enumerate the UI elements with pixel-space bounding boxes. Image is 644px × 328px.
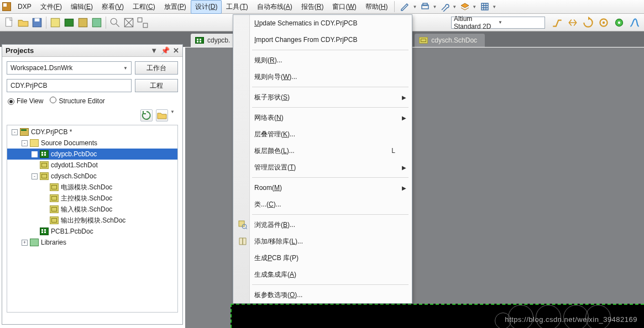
menu-item[interactable]: 规则(R)... — [233, 52, 412, 68]
tree-row[interactable]: cdydot1.SchDot — [7, 160, 177, 171]
radio-file-view[interactable]: File View — [8, 97, 43, 105]
panel-menu-icon[interactable]: ▼ — [150, 46, 158, 55]
radio-dot-icon — [50, 97, 56, 103]
menu-c[interactable]: 工程(C) — [128, 0, 160, 14]
project-field[interactable]: CDY.PrjPCB — [7, 79, 132, 92]
menu-separator — [252, 177, 409, 178]
tree-toggle-icon[interactable]: - — [22, 140, 28, 146]
tab-cdypcb[interactable]: cdypcb. — [191, 34, 238, 47]
workspace-combo[interactable]: Workspace1.DsnWrk ▼ — [7, 61, 132, 75]
grid-icon[interactable] — [480, 2, 490, 12]
svg-rect-6 — [65, 19, 73, 26]
menu-bar: DXP 文件(F)编辑(E)察看(V)工程(C)放置(P)设计(D)工具(T)自… — [0, 0, 644, 14]
panel-title-bar: Projects ▼ 📌 ✕ — [2, 45, 182, 57]
open-folder-icon[interactable] — [17, 17, 29, 29]
watermark-text: https://blog.csdn.net/weixin_39482169 — [505, 315, 637, 324]
tree-toggle-icon[interactable]: - — [32, 173, 38, 179]
pin-icon[interactable]: 📌 — [161, 46, 170, 55]
tree-toggle-icon — [41, 184, 48, 191]
menu-shortcut: L — [391, 147, 406, 155]
menu-item[interactable]: 生成集成库(A) — [233, 266, 412, 283]
zoom-fit-icon[interactable] — [123, 17, 135, 29]
zoom-selected-icon[interactable] — [137, 17, 149, 29]
tree-row[interactable]: 主控模块.SchDoc — [7, 193, 177, 204]
view-mode-combo[interactable]: Altium Standard 2D ▼ — [451, 17, 545, 29]
tree-label: cdypcb.PcbDoc — [51, 150, 97, 158]
menu-item[interactable]: Update Schematics in CDY.PrjPCB — [233, 15, 412, 31]
wrench-icon[interactable] — [440, 2, 450, 12]
tree-row[interactable]: -CDY.PrjPCB * — [7, 126, 177, 137]
menu-item-label: 浏览器件(B)... — [254, 220, 295, 230]
project-icon[interactable] — [77, 17, 89, 29]
save-icon[interactable] — [31, 17, 43, 29]
tree-row[interactable]: 电源模块.SchDoc — [7, 182, 177, 193]
menu-item[interactable]: 板层颜色(L)...L — [233, 142, 412, 159]
menu-f[interactable]: 文件(F) — [36, 0, 66, 14]
new-doc-icon[interactable] — [3, 17, 15, 29]
menu-e[interactable]: 编辑(E) — [66, 0, 97, 14]
radio-dot-icon — [8, 98, 14, 105]
open-project-icon[interactable] — [156, 109, 168, 121]
chevron-down-icon: ▼ — [498, 20, 542, 25]
menu-item[interactable]: 管理层设置(T)▶ — [233, 159, 412, 176]
menu-w[interactable]: 窗口(W) — [328, 0, 360, 14]
menu-item[interactable]: 生成PCB 库(P) — [233, 250, 412, 266]
menu-t[interactable]: 工具(T) — [222, 0, 252, 14]
tree-toggle-icon[interactable]: + — [22, 240, 28, 246]
menu-item[interactable]: 层叠管理(K)... — [233, 126, 412, 142]
sheet-icon[interactable] — [49, 17, 61, 29]
place-pad-icon[interactable] — [598, 17, 610, 29]
menu-item[interactable]: 浏览器件(B)... — [233, 216, 412, 233]
tree-toggle-icon[interactable]: - — [12, 129, 18, 135]
menu-a[interactable]: 自动布线(A) — [253, 0, 297, 14]
pcb-doc-icon[interactable] — [63, 17, 75, 29]
menu-r[interactable]: 报告(R) — [297, 0, 328, 14]
menu-item[interactable]: 网络表(N)▶ — [233, 109, 412, 126]
menu-h[interactable]: 帮助(H) — [361, 0, 392, 14]
tree-row[interactable]: cdypcb.PcbDoc — [7, 149, 177, 160]
sch-doc-icon — [50, 194, 59, 202]
tree-row[interactable]: +Libraries — [7, 237, 177, 248]
project-tree[interactable]: -CDY.PrjPCB *-Source Documentscdypcb.Pcb… — [7, 125, 178, 313]
place-wire-icon[interactable] — [629, 17, 641, 29]
tree-row[interactable]: -Source Documents — [7, 137, 177, 149]
menu-item[interactable]: Room(M)▶ — [233, 179, 412, 196]
print-icon[interactable] — [420, 2, 430, 12]
menu-item-label: Room(M) — [254, 184, 282, 192]
tree-row[interactable]: PCB1.PcbDoc — [7, 226, 177, 237]
close-icon[interactable]: ✕ — [173, 46, 179, 55]
menu-item-label: 规则(R)... — [254, 56, 282, 65]
toolbar-right-icons — [551, 17, 641, 29]
svg-point-14 — [603, 21, 605, 23]
menu-d[interactable]: 设计(D) — [191, 0, 222, 14]
menu-item[interactable]: 板子形状(S)▶ — [233, 89, 412, 105]
app-name[interactable]: DXP — [13, 1, 36, 13]
flip-icon[interactable] — [567, 17, 579, 29]
menu-v[interactable]: 察看(V) — [97, 0, 128, 14]
zoom-area-icon[interactable] — [109, 17, 121, 29]
tree-row[interactable]: 输出控制模块.SchDoc — [7, 215, 177, 226]
submenu-arrow-icon: ▶ — [402, 185, 406, 191]
pencil-icon[interactable] — [400, 2, 410, 12]
menu-p[interactable]: 放置(P) — [160, 0, 191, 14]
menu-item[interactable]: Import Changes From CDY.PrjPCB — [233, 31, 412, 48]
radio-structure-editor[interactable]: Structure Editor — [50, 97, 104, 105]
place-via-icon[interactable] — [613, 17, 625, 29]
panel-title: Projects — [6, 46, 34, 55]
menu-item[interactable]: 规则向导(W)... — [233, 68, 412, 85]
route-icon[interactable] — [551, 17, 563, 29]
project-icon — [20, 128, 29, 136]
tree-row[interactable]: 输入模块.SchDoc — [7, 204, 177, 215]
menu-item[interactable]: 板参数选项(O)... — [233, 287, 412, 303]
layers-icon[interactable] — [460, 2, 470, 12]
workspace-button[interactable]: 工作台 — [135, 61, 178, 75]
project-button[interactable]: 工程 — [135, 79, 178, 92]
refresh-icon[interactable] — [140, 109, 153, 121]
menu-item[interactable]: 添加/移除库(L)... — [233, 233, 412, 250]
tree-label: Source Documents — [41, 139, 97, 147]
tree-row[interactable]: -cdysch.SchDoc — [7, 171, 177, 182]
rotate-icon[interactable] — [582, 17, 594, 29]
integrated-lib-icon[interactable] — [91, 17, 103, 29]
tab-cdysch[interactable]: cdysch.SchDoc — [415, 34, 485, 47]
menu-item[interactable]: 类...(C)... — [233, 196, 412, 213]
